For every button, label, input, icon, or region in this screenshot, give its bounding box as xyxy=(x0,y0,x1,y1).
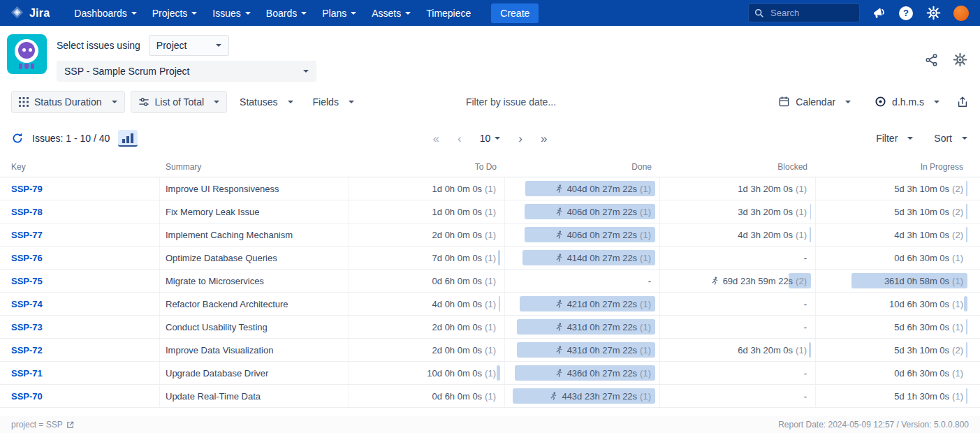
chevron-down-icon xyxy=(962,137,967,140)
col-header-key[interactable]: Key xyxy=(0,162,160,172)
nav-item-projects[interactable]: Projects xyxy=(146,3,204,23)
duration-value: 431d 0h 27m 22s(1) xyxy=(555,345,651,355)
first-page-button[interactable]: « xyxy=(433,133,439,145)
create-button[interactable]: Create xyxy=(491,3,539,23)
time-format-dropdown[interactable]: d.h.m.s xyxy=(868,91,946,112)
fields-label: Fields xyxy=(313,96,339,108)
inprogress-duration-cell: 5d 6h 30m 0s(1) xyxy=(816,316,972,338)
issue-date-filter[interactable]: Filter by issue date... xyxy=(466,96,556,108)
report-settings-gear-icon[interactable] xyxy=(953,52,967,70)
report-type-dropdown[interactable]: Status Duration xyxy=(11,91,125,113)
table-row: SSP-74Refactor Backend Architecture4d 0h… xyxy=(0,293,980,316)
table-row: SSP-73Conduct Usability Testing2d 0h 0m … xyxy=(0,316,980,339)
nav-item-label: Projects xyxy=(152,8,188,19)
empty-duration: - xyxy=(804,322,807,332)
table-row: SSP-72Improve Data Visualization2d 0h 0m… xyxy=(0,339,980,362)
issue-key-link[interactable]: SSP-70 xyxy=(11,391,43,402)
col-header-done[interactable]: Done xyxy=(505,162,660,172)
duration-format-icon xyxy=(875,96,886,108)
summary-cell: Upgrade Database Driver xyxy=(160,362,349,384)
duration-value: 443d 23h 27m 22s(1) xyxy=(549,391,651,402)
page-size-value: 10 xyxy=(480,133,491,144)
issue-key-link[interactable]: SSP-77 xyxy=(11,230,43,240)
settings-gear-icon[interactable] xyxy=(925,5,942,22)
blocked-duration-cell: 4d 3h 20m 0s(1) xyxy=(660,223,816,246)
announcements-icon[interactable] xyxy=(870,5,887,22)
inprogress-duration-cell: 0d 6h 30m 0s(1) xyxy=(816,247,972,269)
summary-cell: Optimize Database Queries xyxy=(160,247,349,269)
col-header-inprogress[interactable]: In Progress xyxy=(816,162,972,172)
runner-icon xyxy=(555,184,563,193)
duration-value: 4d 3h 10m 0s(2) xyxy=(894,230,963,240)
external-link-icon[interactable] xyxy=(66,421,74,429)
chevron-down-icon xyxy=(288,101,293,103)
prev-page-button[interactable]: ‹ xyxy=(458,133,462,145)
nav-item-boards[interactable]: Boards xyxy=(260,3,313,23)
blocked-duration-cell: - xyxy=(660,362,816,384)
col-header-summary[interactable]: Summary xyxy=(160,162,349,172)
page-size-select[interactable]: 10 xyxy=(480,133,501,144)
issue-key-link[interactable]: SSP-71 xyxy=(11,368,43,379)
export-icon[interactable] xyxy=(956,96,969,108)
todo-duration-cell: 1d 0h 0m 0s(1) xyxy=(349,177,505,200)
next-page-button[interactable]: › xyxy=(518,133,522,145)
inprogress-duration-cell: 5d 3h 10m 0s(2) xyxy=(816,200,972,223)
duration-value: 5d 3h 10m 0s(2) xyxy=(894,207,963,217)
last-page-button[interactable]: » xyxy=(541,133,547,145)
table-row: SSP-70Update Real-Time Data0d 6h 0m 0s(1… xyxy=(0,385,980,408)
search-input[interactable] xyxy=(769,7,846,19)
duration-value: 10d 6h 30m 0s(1) xyxy=(889,299,963,309)
key-cell: SSP-79 xyxy=(0,177,160,200)
project-select-dropdown[interactable]: SSP - Sample Scrum Project xyxy=(57,61,316,82)
share-icon[interactable] xyxy=(925,53,939,70)
fields-dropdown[interactable]: Fields xyxy=(306,91,361,112)
summary-cell: Conduct Usability Testing xyxy=(160,316,349,338)
calendar-label: Calendar xyxy=(796,96,835,108)
issue-key-link[interactable]: SSP-79 xyxy=(11,184,43,194)
issue-key-link[interactable]: SSP-73 xyxy=(11,322,43,332)
table-body: SSP-79Improve UI Responsiveness1d 0h 0m … xyxy=(0,177,980,408)
nav-item-assets[interactable]: Assets xyxy=(365,3,417,23)
issues-range-label: Issues: 1 - 10 / 40 xyxy=(32,133,110,144)
summary-cell: Migrate to Microservices xyxy=(160,270,349,292)
duration-bar xyxy=(809,342,811,358)
sort-dropdown[interactable]: Sort xyxy=(933,130,969,147)
key-cell: SSP-71 xyxy=(0,362,160,384)
nav-item-dashboards[interactable]: Dashboards xyxy=(68,3,143,23)
nav-item-issues[interactable]: Issues xyxy=(206,3,256,23)
col-header-todo[interactable]: To Do xyxy=(349,162,505,172)
runner-icon xyxy=(555,346,563,354)
statuses-label: Statuses xyxy=(240,96,277,108)
issue-source-dropdown[interactable]: Project xyxy=(149,35,229,56)
table-row: SSP-79Improve UI Responsiveness1d 0h 0m … xyxy=(0,177,980,200)
issue-key-link[interactable]: SSP-78 xyxy=(11,207,43,217)
filter-dropdown[interactable]: Filter xyxy=(875,130,914,147)
list-mode-dropdown[interactable]: List of Total xyxy=(131,91,228,113)
chart-view-toggle[interactable] xyxy=(118,130,138,147)
calendar-dropdown[interactable]: Calendar xyxy=(771,91,858,112)
user-avatar[interactable] xyxy=(952,4,970,22)
nav-item-timepiece[interactable]: Timepiece xyxy=(420,3,477,23)
key-cell: SSP-75 xyxy=(0,270,160,292)
chevron-down-icon xyxy=(934,101,939,103)
done-duration-cell: 431d 0h 27m 22s(1) xyxy=(505,316,660,338)
refresh-icon[interactable] xyxy=(11,132,24,145)
help-icon[interactable]: ? xyxy=(898,5,914,22)
inprogress-duration-cell: 0d 6h 30m 0s(1) xyxy=(816,362,972,384)
summary-cell: Improve UI Responsiveness xyxy=(160,177,349,200)
duration-value: 2d 0h 0m 0s(1) xyxy=(432,230,496,240)
jira-brand[interactable]: Jira xyxy=(10,6,50,20)
nav-item-plans[interactable]: Plans xyxy=(316,3,363,23)
issue-key-link[interactable]: SSP-72 xyxy=(11,345,43,355)
chevron-down-icon xyxy=(301,12,307,15)
issue-key-link[interactable]: SSP-74 xyxy=(11,299,43,309)
blocked-duration-cell: - xyxy=(660,316,816,338)
chevron-down-icon xyxy=(131,12,137,15)
issue-key-link[interactable]: SSP-75 xyxy=(11,276,43,286)
statuses-dropdown[interactable]: Statuses xyxy=(233,91,300,112)
issue-key-link[interactable]: SSP-76 xyxy=(11,253,43,263)
duration-value: 414d 0h 27m 22s(1) xyxy=(555,253,651,263)
pagination-row: Issues: 1 - 10 / 40 « ‹ 10 › » Filter So… xyxy=(0,124,980,152)
global-search[interactable] xyxy=(748,3,860,22)
col-header-blocked[interactable]: Blocked xyxy=(660,162,816,172)
